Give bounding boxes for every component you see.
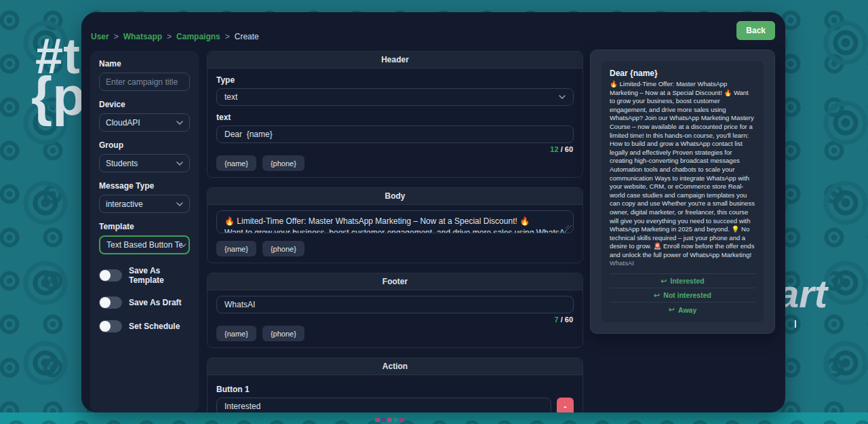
device-label: Device xyxy=(99,100,190,109)
save-as-template-toggle[interactable]: Save As Template xyxy=(99,266,190,285)
device-select-value: CloudAPI xyxy=(106,118,140,128)
footer-section-title: Footer xyxy=(208,273,583,290)
footer-section: Footer 7 / 60 {name} {phone} xyxy=(207,273,583,348)
footer-char-counter: 7 / 60 xyxy=(216,313,574,324)
insert-name-variable-button[interactable]: {name} xyxy=(216,155,256,171)
body-section-title: Body xyxy=(208,188,583,205)
wallpaper-mark xyxy=(795,320,796,328)
insert-phone-variable-button[interactable]: {phone} xyxy=(262,326,304,341)
header-type-label: Type xyxy=(216,75,574,85)
breadcrumb-whatsapp[interactable]: Whatsapp xyxy=(123,32,162,41)
name-label: Name xyxy=(99,59,190,69)
toggle-knob xyxy=(100,270,111,281)
breadcrumb-campaigns[interactable]: Campaigns xyxy=(176,32,220,41)
message-builder-column: Header Type text text 12 / 60 {name} {ph… xyxy=(207,51,583,412)
device-select[interactable]: CloudAPI xyxy=(99,113,190,132)
body-textarea[interactable]: 🔥 Limited-Time Offer: Master WhatsApp Ma… xyxy=(216,210,574,233)
template-field-group: Template Text Based Button Templat xyxy=(99,222,190,254)
button1-text-input[interactable] xyxy=(216,398,551,412)
group-select-value: Students xyxy=(106,159,138,168)
button1-label: Button 1 xyxy=(216,385,574,394)
back-button[interactable]: Back xyxy=(736,21,775,40)
insert-name-variable-button[interactable]: {name} xyxy=(216,326,256,341)
preview-buttons: ↩ Interested ↩ Not interested ↩ Away xyxy=(610,273,755,317)
body-text-line2: Want to grow your business, boost custom… xyxy=(224,227,566,233)
body-text-line1: 🔥 Limited-Time Offer: Master WhatsApp Ma… xyxy=(224,216,566,227)
name-field-group: Name xyxy=(99,59,190,91)
header-text-label: text xyxy=(216,113,574,122)
chevron-down-icon xyxy=(176,202,183,206)
chevron-down-icon xyxy=(180,244,186,247)
action-section: Action Button 1 - Button 2 xyxy=(207,358,583,412)
preview-header-text: Dear {name} xyxy=(610,69,755,78)
header-char-counter: 12 / 60 xyxy=(216,143,574,153)
header-type-select[interactable]: text xyxy=(216,88,574,106)
toggle-track xyxy=(99,269,122,282)
header-char-count: 12 xyxy=(550,145,558,153)
message-type-select-value: interactive xyxy=(106,199,143,209)
header-text-input[interactable] xyxy=(216,126,574,143)
message-type-select[interactable]: interactive xyxy=(99,195,190,213)
toggle-knob xyxy=(100,321,111,332)
set-schedule-toggle[interactable]: Set Schedule xyxy=(99,320,190,332)
insert-phone-variable-button[interactable]: {phone} xyxy=(262,241,304,256)
toggle-track xyxy=(99,320,122,332)
device-field-group: Device CloudAPI xyxy=(99,100,190,132)
resize-handle[interactable] xyxy=(566,225,572,231)
breadcrumb: User > Whatsapp > Campaigns > Create xyxy=(91,32,259,41)
footer-text-input[interactable] xyxy=(216,296,574,313)
preview-button-away[interactable]: ↩ Away xyxy=(610,303,755,317)
action-section-title: Action xyxy=(208,358,583,375)
message-type-field-group: Message Type interactive xyxy=(99,181,190,213)
header-section-title: Header xyxy=(208,52,583,69)
preview-button-interested[interactable]: ↩ Interested xyxy=(610,274,755,288)
breadcrumb-user[interactable]: User xyxy=(91,32,109,41)
wallpaper-bottom-strip xyxy=(0,412,868,424)
breadcrumb-separator: > xyxy=(114,32,119,41)
preview-button-label: Not interested xyxy=(663,291,711,299)
header-section: Header Type text text 12 / 60 {name} {ph… xyxy=(207,51,583,178)
reply-icon: ↩ xyxy=(654,292,660,299)
group-field-group: Group Students xyxy=(99,140,190,172)
header-char-max: / 60 xyxy=(559,145,573,153)
chevron-down-icon xyxy=(176,121,183,125)
breadcrumb-separator: > xyxy=(167,32,172,41)
preview-button-label: Interested xyxy=(671,277,705,285)
campaign-settings-card: Name Device CloudAPI Group Students Mess… xyxy=(90,51,199,412)
group-label: Group xyxy=(99,140,190,150)
wallpaper-watermark xyxy=(375,418,404,422)
set-schedule-label: Set Schedule xyxy=(129,322,180,331)
insert-name-variable-button[interactable]: {name} xyxy=(216,241,256,256)
reply-icon: ↩ xyxy=(660,277,667,285)
preview-button-not-interested[interactable]: ↩ Not interested xyxy=(610,288,755,303)
chevron-down-icon xyxy=(559,95,566,99)
breadcrumb-create: Create xyxy=(235,32,259,41)
reply-icon: ↩ xyxy=(669,306,675,313)
template-select[interactable]: Text Based Button Templat xyxy=(99,235,190,254)
template-select-value: Text Based Button Templat xyxy=(106,240,182,250)
header-type-value: text xyxy=(224,92,237,102)
template-label: Template xyxy=(99,222,190,231)
save-as-template-label: Save As Template xyxy=(129,266,190,285)
message-preview-card: Dear {name} 🔥 Limited-Time Offer: Master… xyxy=(590,50,775,334)
remove-button1-button[interactable]: - xyxy=(557,398,574,412)
message-type-label: Message Type xyxy=(99,181,190,191)
save-as-draft-label: Save As Draft xyxy=(129,298,182,307)
toggle-knob xyxy=(100,297,111,308)
campaign-title-input[interactable] xyxy=(99,73,190,91)
body-section: Body 🔥 Limited-Time Offer: Master WhatsA… xyxy=(207,187,583,263)
toggle-track xyxy=(99,296,122,309)
preview-body-text: 🔥 Limited-Time Offer: Master WhatsApp Ma… xyxy=(610,80,755,259)
insert-phone-variable-button[interactable]: {phone} xyxy=(262,155,304,171)
preview-footer-text: WhatsAI xyxy=(610,259,755,268)
preview-button-label: Away xyxy=(678,306,696,314)
breadcrumb-separator: > xyxy=(225,32,230,41)
chevron-down-icon xyxy=(176,161,183,166)
save-as-draft-toggle[interactable]: Save As Draft xyxy=(99,296,190,309)
group-select[interactable]: Students xyxy=(99,154,190,172)
footer-char-max: / 60 xyxy=(559,315,573,324)
message-preview-bubble: Dear {name} 🔥 Limited-Time Offer: Master… xyxy=(601,61,764,322)
